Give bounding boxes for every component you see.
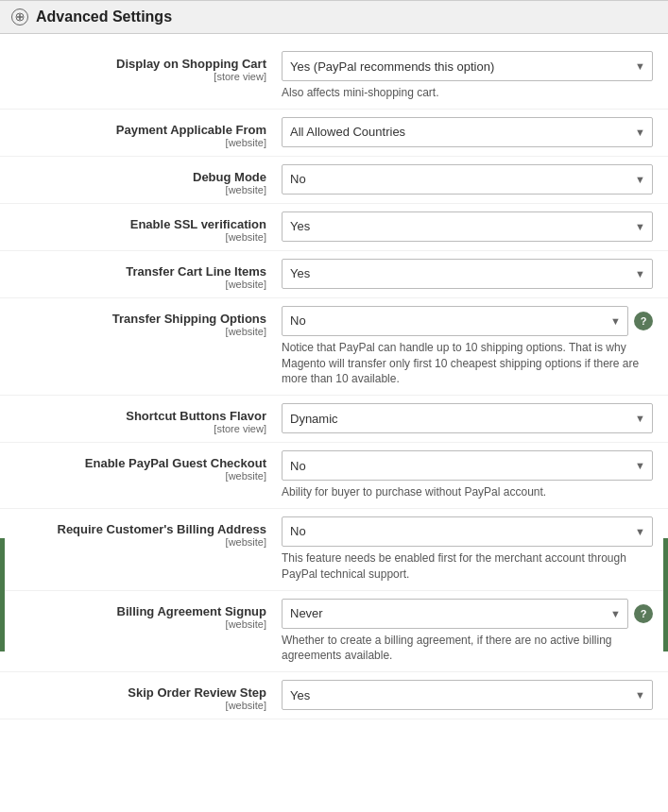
hint-require_customers_billing_address: This feature needs be enabled first for … [282,550,653,583]
hint-display_on_shopping_cart: Also affects mini-shopping cart. [282,85,653,101]
label-billing_agreement_signup: Billing Agreement Signup [8,604,266,618]
select-wrapper: YesNo▼ [282,164,653,195]
select-wrapper: YesNo▼ [282,211,653,242]
setting-row: Transfer Cart Line Items[website]YesNo▼ [0,251,668,298]
setting-label-col: Transfer Shipping Options[website] [8,306,282,337]
label-enable_paypal_guest_checkout: Enable PayPal Guest Checkout [8,456,266,470]
select-wrapper: Yes (PayPal recommends this option)No▼ [282,51,653,81]
label-transfer_cart_line_items: Transfer Cart Line Items [8,264,266,279]
setting-label-col: Payment Applicable From[website] [8,117,282,148]
setting-row: Require Customer's Billing Address[websi… [0,509,668,591]
hint-enable_paypal_guest_checkout: Ability for buyer to purchase without Pa… [282,484,653,500]
label-debug_mode: Debug Mode [8,170,266,184]
setting-row: Shortcut Buttons Flavor[store view]Dynam… [0,396,668,443]
setting-label-col: Require Customer's Billing Address[websi… [8,516,282,548]
select-wrapper: YesNo▼ [282,516,653,547]
help-icon[interactable]: ? [634,312,653,330]
setting-control-col: Yes (PayPal recommends this option)No▼Al… [282,51,653,101]
setting-label-col: Billing Agreement Signup[website] [8,599,282,630]
setting-row: Enable SSL verification[website]YesNo▼ [0,204,668,251]
setting-label-col: Enable PayPal Guest Checkout[website] [8,450,282,482]
setting-row: Payment Applicable From[website]All Allo… [0,110,668,157]
select-wrapper: YesNo▼ [282,450,653,481]
setting-control-inner-row: All Allowed CountriesSpecific Countries▼ [282,117,653,147]
scope-enable_paypal_guest_checkout: [website] [8,470,266,482]
select-skip_order_review_step[interactable]: YesNo [282,680,653,710]
hint-billing_agreement_signup: Whether to create a billing agreement, i… [282,633,653,665]
section-header[interactable]: Advanced Settings [0,0,668,34]
setting-control-inner-row: YesNo▼ [282,164,653,195]
scope-display_on_shopping_cart: [store view] [8,71,266,82]
setting-label-col: Enable SSL verification[website] [8,211,282,243]
section-title: Advanced Settings [36,8,172,25]
select-display_on_shopping_cart[interactable]: Yes (PayPal recommends this option)No [282,51,653,81]
scope-transfer_shipping_options: [website] [8,326,266,337]
setting-row: Transfer Shipping Options[website]YesNo▼… [0,298,668,396]
setting-row: Billing Agreement Signup[website]AutoEve… [0,591,668,673]
select-wrapper: DynamicStatic▼ [282,403,653,433]
setting-control-col: YesNo▼ [282,164,653,195]
right-green-bar [663,538,668,651]
setting-control-inner-row: DynamicStatic▼ [282,403,653,433]
setting-control-col: YesNo▼?Notice that PayPal can handle up … [282,306,653,387]
setting-label-col: Debug Mode[website] [8,164,282,195]
settings-content: Display on Shopping Cart[store view]Yes … [0,34,668,729]
scope-shortcut_buttons_flavor: [store view] [8,423,266,434]
setting-control-inner-row: AutoEvery VisitNever▼? [282,599,653,629]
help-icon[interactable]: ? [634,604,653,623]
label-display_on_shopping_cart: Display on Shopping Cart [8,57,266,71]
scope-debug_mode: [website] [8,184,266,195]
setting-label-col: Transfer Cart Line Items[website] [8,259,282,290]
scope-billing_agreement_signup: [website] [8,618,266,630]
setting-label-col: Skip Order Review Step[website] [8,680,282,711]
select-enable_paypal_guest_checkout[interactable]: YesNo [282,450,653,481]
setting-row: Enable PayPal Guest Checkout[website]Yes… [0,443,668,509]
select-wrapper: YesNo▼ [282,259,653,289]
setting-control-inner-row: YesNo▼ [282,516,653,547]
hint-transfer_shipping_options: Notice that PayPal can handle up to 10 s… [282,340,653,387]
setting-control-col: YesNo▼ [282,211,653,242]
select-transfer_cart_line_items[interactable]: YesNo [282,259,653,289]
setting-control-inner-row: YesNo▼? [282,306,653,336]
setting-control-col: All Allowed CountriesSpecific Countries▼ [282,117,653,147]
setting-row: Debug Mode[website]YesNo▼ [0,157,668,204]
setting-control-inner-row: Yes (PayPal recommends this option)No▼ [282,51,653,81]
setting-control-inner-row: YesNo▼ [282,680,653,710]
scope-enable_ssl_verification: [website] [8,231,266,243]
select-transfer_shipping_options[interactable]: YesNo [282,306,628,336]
select-wrapper: YesNo▼ [282,306,628,336]
setting-control-col: AutoEvery VisitNever▼?Whether to create … [282,599,653,665]
collapse-icon[interactable] [11,8,28,25]
label-transfer_shipping_options: Transfer Shipping Options [8,312,266,326]
label-enable_ssl_verification: Enable SSL verification [8,217,266,231]
scope-transfer_cart_line_items: [website] [8,279,266,290]
select-require_customers_billing_address[interactable]: YesNo [282,516,653,547]
setting-control-inner-row: YesNo▼ [282,450,653,481]
setting-control-col: YesNo▼ [282,259,653,289]
label-require_customers_billing_address: Require Customer's Billing Address [8,522,266,536]
setting-label-col: Display on Shopping Cart[store view] [8,51,282,82]
setting-control-col: YesNo▼Ability for buyer to purchase with… [282,450,653,500]
select-debug_mode[interactable]: YesNo [282,164,653,195]
select-enable_ssl_verification[interactable]: YesNo [282,211,653,242]
label-shortcut_buttons_flavor: Shortcut Buttons Flavor [8,409,266,423]
select-billing_agreement_signup[interactable]: AutoEvery VisitNever [282,599,628,629]
setting-control-col: YesNo▼This feature needs be enabled firs… [282,516,653,583]
setting-label-col: Shortcut Buttons Flavor[store view] [8,403,282,434]
select-wrapper: AutoEvery VisitNever▼ [282,599,628,629]
setting-control-col: DynamicStatic▼ [282,403,653,433]
setting-control-inner-row: YesNo▼ [282,211,653,242]
scope-skip_order_review_step: [website] [8,700,266,711]
select-payment_applicable_from[interactable]: All Allowed CountriesSpecific Countries [282,117,653,147]
select-wrapper: YesNo▼ [282,680,653,710]
select-shortcut_buttons_flavor[interactable]: DynamicStatic [282,403,653,433]
scope-require_customers_billing_address: [website] [8,536,266,548]
page-container: Advanced Settings Display on Shopping Ca… [0,0,668,812]
select-wrapper: All Allowed CountriesSpecific Countries▼ [282,117,653,147]
scope-payment_applicable_from: [website] [8,137,266,148]
label-skip_order_review_step: Skip Order Review Step [8,685,266,700]
label-payment_applicable_from: Payment Applicable From [8,123,266,137]
setting-row: Skip Order Review Step[website]YesNo▼ [0,672,668,719]
setting-row: Display on Shopping Cart[store view]Yes … [0,43,668,110]
setting-control-inner-row: YesNo▼ [282,259,653,289]
